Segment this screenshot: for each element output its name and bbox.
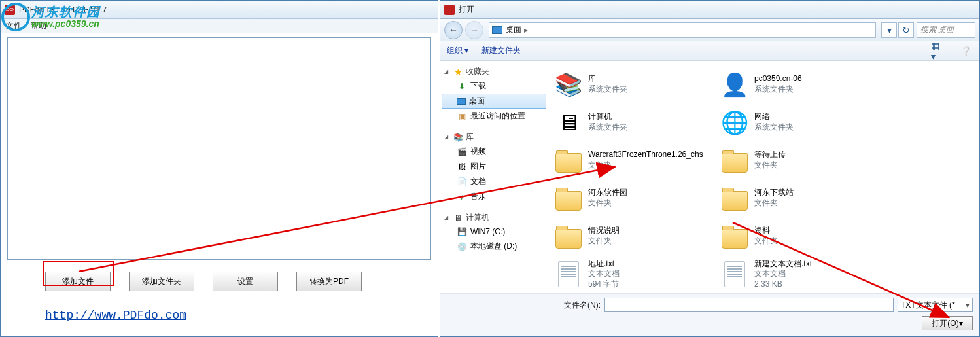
filename-input[interactable] <box>604 298 894 312</box>
menu-file[interactable]: 文件 <box>6 20 22 31</box>
add-file-button[interactable]: 添加文件 <box>45 272 111 291</box>
filename-label: 文件名(N): <box>564 300 601 311</box>
file-type-label: 文本文档 <box>588 269 620 279</box>
dropdown-button[interactable]: ▾ <box>881 22 897 38</box>
file-item[interactable]: Warcraft3FrozenThrone1.26_chs文件夹 <box>551 142 713 179</box>
file-type-label: 文件夹 <box>588 160 703 171</box>
nav-drive-c[interactable]: 💾WIN7 (C:) <box>442 224 546 239</box>
drive-icon: 💿 <box>457 241 467 252</box>
collapse-icon: ◢ <box>444 134 451 140</box>
desktop-icon <box>457 98 466 105</box>
app-menubar: 文件 帮助 <box>1 19 438 33</box>
picture-icon: 🖼 <box>457 162 467 172</box>
music-icon: ♪ <box>457 192 467 202</box>
menu-help[interactable]: 帮助 <box>31 20 46 31</box>
recent-icon: ▣ <box>457 111 467 122</box>
file-item[interactable]: 河东软件园文件夹 <box>551 180 713 217</box>
file-item[interactable]: 🌐网络系统文件夹 <box>717 104 879 141</box>
file-item[interactable]: 地址.txt文本文档594 字节 <box>551 256 713 293</box>
nav-pictures[interactable]: 🖼图片 <box>442 159 546 174</box>
new-folder-button[interactable]: 新建文件夹 <box>481 45 521 56</box>
file-type-label: 文件夹 <box>754 236 778 247</box>
file-item[interactable]: 等待上传文件夹 <box>717 142 879 179</box>
back-arrow-icon: ← <box>449 25 458 35</box>
button-row: 添加文件 添加文件夹 设置 转换为PDF <box>1 264 438 294</box>
file-item[interactable]: 👤pc0359.cn-06系统文件夹 <box>717 66 879 103</box>
nav-videos[interactable]: 🎬视频 <box>442 144 546 159</box>
file-item[interactable]: 情况说明文件夹 <box>551 218 713 255</box>
forward-arrow-icon: → <box>470 25 479 35</box>
folder-icon <box>719 145 750 176</box>
folder-icon <box>553 183 584 214</box>
settings-button[interactable]: 设置 <box>213 272 278 291</box>
pdfdo-link[interactable]: http://www.PDFdo.com <box>45 309 186 322</box>
dialog-footer: 文件名(N): TXT文本文件 (* 打开(O) ▾ <box>440 293 979 336</box>
lib-icon: 📚 <box>553 69 584 100</box>
dialog-titlebar[interactable]: 打开 <box>440 1 979 19</box>
desktop-icon <box>492 26 502 34</box>
breadcrumb-separator-icon: ▸ <box>524 26 528 35</box>
net-icon: 🌐 <box>719 107 750 138</box>
app-title: PDFdo TXT To PDF V1.7 <box>19 5 107 14</box>
help-button[interactable]: ❔ <box>958 45 973 57</box>
download-icon: ⬇ <box>457 81 467 92</box>
nav-downloads[interactable]: ⬇下载 <box>442 79 546 94</box>
collapse-icon: ◢ <box>444 215 451 221</box>
dialog-navbar: ← → 桌面 ▸ ▾ ↻ 搜索 桌面 <box>440 19 979 41</box>
file-item[interactable]: 🖥计算机系统文件夹 <box>551 104 713 141</box>
file-type-label: 文件夹 <box>754 160 786 171</box>
nav-drive-d[interactable]: 💿本地磁盘 (D:) <box>442 239 546 254</box>
folder-icon <box>553 221 584 252</box>
back-button[interactable]: ← <box>444 21 463 39</box>
file-name: 网络 <box>754 112 794 122</box>
file-item[interactable]: 新建文本文档.txt文本文档2.33 KB <box>717 256 879 293</box>
file-listbox[interactable] <box>7 37 431 260</box>
file-type-label: 文件夹 <box>588 198 627 209</box>
video-icon: 🎬 <box>457 147 467 157</box>
view-button[interactable]: ▦ ▾ <box>931 45 945 57</box>
search-input[interactable]: 搜索 桌面 <box>917 22 975 38</box>
open-button[interactable]: 打开(O) ▾ <box>922 316 973 330</box>
file-type-label: 系统文件夹 <box>754 122 794 133</box>
app-window: DO PDFdo TXT To PDF V1.7 文件 帮助 添加文件 添加文件… <box>0 0 438 337</box>
filetype-combo[interactable]: TXT文本文件 (* <box>898 298 973 312</box>
favorites-header[interactable]: ◢★收藏夹 <box>442 65 546 79</box>
add-folder-button[interactable]: 添加文件夹 <box>129 272 194 291</box>
file-type-label: 文本文档 <box>754 269 812 279</box>
pc-icon: 🖥 <box>553 107 584 138</box>
nav-desktop[interactable]: 桌面 <box>442 94 546 109</box>
file-type-label: 文件夹 <box>588 236 620 247</box>
file-list-pane[interactable]: 📚库系统文件夹👤pc0359.cn-06系统文件夹🖥计算机系统文件夹🌐网络系统文… <box>548 61 979 293</box>
address-bar[interactable]: 桌面 ▸ <box>489 22 876 38</box>
file-name: 等待上传 <box>754 150 786 160</box>
libraries-header[interactable]: ◢📚库 <box>442 130 546 144</box>
app-titlebar[interactable]: DO PDFdo TXT To PDF V1.7 <box>1 1 438 19</box>
star-icon: ★ <box>453 67 463 77</box>
file-type-label: 系统文件夹 <box>588 84 627 95</box>
document-icon: 📄 <box>457 177 467 187</box>
organize-button[interactable]: 组织 ▾ <box>447 45 468 56</box>
breadcrumb-desktop[interactable]: 桌面 <box>506 24 521 35</box>
nav-documents[interactable]: 📄文档 <box>442 174 546 189</box>
file-item[interactable]: 河东下载站文件夹 <box>717 180 879 217</box>
file-type-label: 系统文件夹 <box>754 84 802 95</box>
convert-button[interactable]: 转换为PDF <box>296 272 362 291</box>
file-name: pc0359.cn-06 <box>754 74 802 84</box>
txt-icon <box>553 258 584 290</box>
nav-recent[interactable]: ▣最近访问的位置 <box>442 109 546 124</box>
txt-icon <box>719 258 750 290</box>
forward-button[interactable]: → <box>465 21 483 39</box>
user-icon: 👤 <box>719 69 750 100</box>
dialog-icon <box>444 5 455 15</box>
dialog-title: 打开 <box>459 4 474 15</box>
computer-icon: 🖥 <box>453 213 463 223</box>
computer-header[interactable]: ◢🖥计算机 <box>442 211 546 224</box>
nav-music[interactable]: ♪音乐 <box>442 189 546 204</box>
folder-icon <box>719 183 750 214</box>
refresh-button[interactable]: ↻ <box>898 22 914 38</box>
file-name: 河东下载站 <box>754 188 794 198</box>
folder-icon <box>553 145 584 176</box>
file-type-label: 文件夹 <box>754 198 794 209</box>
file-item[interactable]: 资料文件夹 <box>717 218 879 255</box>
file-item[interactable]: 📚库系统文件夹 <box>551 66 713 103</box>
